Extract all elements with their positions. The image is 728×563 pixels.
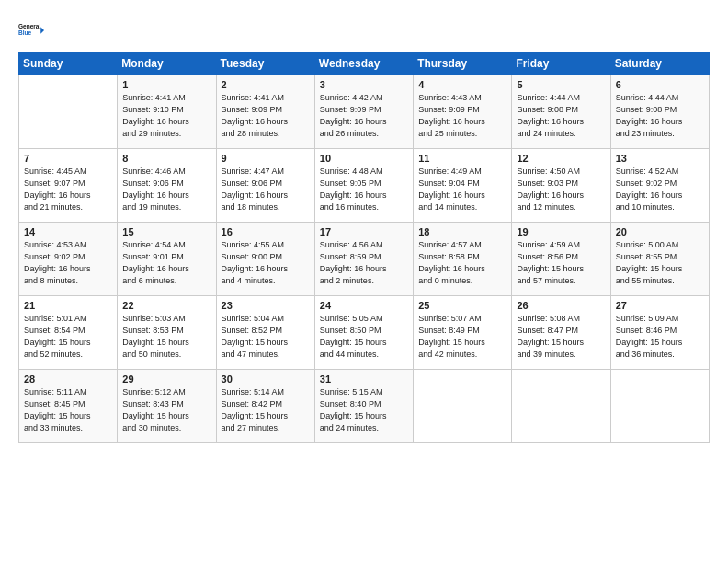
calendar-cell: 23Sunrise: 5:04 AM Sunset: 8:52 PM Dayli… [216,296,314,370]
day-number: 12 [517,153,605,164]
day-number: 14 [24,226,112,237]
day-number: 26 [517,300,605,311]
calendar-cell: 11Sunrise: 4:49 AM Sunset: 9:04 PM Dayli… [414,149,512,223]
day-info: Sunrise: 4:57 AM Sunset: 8:58 PM Dayligh… [418,239,506,287]
day-info: Sunrise: 4:53 AM Sunset: 9:02 PM Dayligh… [24,239,112,287]
calendar-cell: 6Sunrise: 4:44 AM Sunset: 9:08 PM Daylig… [610,75,709,149]
weekday-header-monday: Monday [118,52,216,75]
day-info: Sunrise: 5:11 AM Sunset: 8:45 PM Dayligh… [24,386,112,434]
weekday-header-sunday: Sunday [19,52,118,75]
day-info: Sunrise: 4:46 AM Sunset: 9:06 PM Dayligh… [122,166,210,213]
day-number: 27 [616,300,704,311]
calendar-cell: 7Sunrise: 4:45 AM Sunset: 9:07 PM Daylig… [19,149,118,223]
calendar-cell: 16Sunrise: 4:55 AM Sunset: 9:00 PM Dayli… [216,223,314,296]
day-info: Sunrise: 4:55 AM Sunset: 9:00 PM Dayligh… [222,239,310,287]
svg-marker-2 [40,27,44,33]
calendar-cell: 24Sunrise: 5:05 AM Sunset: 8:50 PM Dayli… [314,296,413,370]
weekday-header-tuesday: Tuesday [216,52,314,75]
day-info: Sunrise: 4:48 AM Sunset: 9:05 PM Dayligh… [320,166,408,213]
weekday-header-friday: Friday [512,52,610,75]
day-number: 23 [222,300,310,311]
weekday-header-wednesday: Wednesday [314,52,413,75]
day-info: Sunrise: 5:07 AM Sunset: 8:49 PM Dayligh… [418,313,506,361]
day-number: 2 [222,79,310,90]
day-info: Sunrise: 4:41 AM Sunset: 9:09 PM Dayligh… [222,92,310,140]
calendar-cell [414,370,512,443]
day-info: Sunrise: 5:03 AM Sunset: 8:53 PM Dayligh… [122,313,210,361]
calendar-cell: 14Sunrise: 4:53 AM Sunset: 9:02 PM Dayli… [19,223,118,296]
day-number: 13 [616,153,704,164]
day-number: 24 [320,300,408,311]
weekday-header-thursday: Thursday [414,52,512,75]
day-number: 10 [320,153,408,164]
day-number: 18 [418,226,506,237]
calendar-cell [19,75,118,149]
day-number: 19 [517,226,605,237]
logo: GeneralBlue [18,17,44,42]
calendar-cell: 4Sunrise: 4:43 AM Sunset: 9:09 PM Daylig… [414,75,512,149]
calendar-cell: 29Sunrise: 5:12 AM Sunset: 8:43 PM Dayli… [118,370,216,443]
calendar-cell: 2Sunrise: 4:41 AM Sunset: 9:09 PM Daylig… [216,75,314,149]
page: GeneralBlue SundayMondayTuesdayWednesday… [0,0,728,453]
day-number: 16 [222,226,310,237]
day-number: 25 [418,300,506,311]
calendar-cell: 30Sunrise: 5:14 AM Sunset: 8:42 PM Dayli… [216,370,314,443]
day-info: Sunrise: 5:05 AM Sunset: 8:50 PM Dayligh… [320,313,408,361]
svg-text:Blue: Blue [18,29,31,36]
day-info: Sunrise: 4:44 AM Sunset: 9:08 PM Dayligh… [517,92,605,140]
calendar-cell: 19Sunrise: 4:59 AM Sunset: 8:56 PM Dayli… [512,223,610,296]
day-number: 21 [24,300,112,311]
day-info: Sunrise: 4:56 AM Sunset: 8:59 PM Dayligh… [320,239,408,287]
calendar-cell: 25Sunrise: 5:07 AM Sunset: 8:49 PM Dayli… [414,296,512,370]
day-number: 1 [122,79,210,90]
calendar-cell: 27Sunrise: 5:09 AM Sunset: 8:46 PM Dayli… [610,296,709,370]
day-info: Sunrise: 4:50 AM Sunset: 9:03 PM Dayligh… [517,166,605,213]
day-info: Sunrise: 5:00 AM Sunset: 8:55 PM Dayligh… [616,239,704,287]
calendar-cell: 18Sunrise: 4:57 AM Sunset: 8:58 PM Dayli… [414,223,512,296]
calendar-cell: 9Sunrise: 4:47 AM Sunset: 9:06 PM Daylig… [216,149,314,223]
calendar-cell: 8Sunrise: 4:46 AM Sunset: 9:06 PM Daylig… [118,149,216,223]
day-info: Sunrise: 4:43 AM Sunset: 9:09 PM Dayligh… [418,92,506,140]
day-info: Sunrise: 5:04 AM Sunset: 8:52 PM Dayligh… [222,313,310,361]
day-info: Sunrise: 5:15 AM Sunset: 8:40 PM Dayligh… [320,386,408,434]
calendar-cell: 28Sunrise: 5:11 AM Sunset: 8:45 PM Dayli… [19,370,118,443]
calendar-cell [610,370,709,443]
day-number: 11 [418,153,506,164]
day-info: Sunrise: 5:01 AM Sunset: 8:54 PM Dayligh… [24,313,112,361]
day-number: 8 [122,153,210,164]
calendar-table: SundayMondayTuesdayWednesdayThursdayFrid… [18,52,710,443]
day-info: Sunrise: 4:45 AM Sunset: 9:07 PM Dayligh… [24,166,112,213]
header: GeneralBlue [18,17,710,42]
svg-text:General: General [18,23,40,29]
calendar-cell: 22Sunrise: 5:03 AM Sunset: 8:53 PM Dayli… [118,296,216,370]
day-info: Sunrise: 4:59 AM Sunset: 8:56 PM Dayligh… [517,239,605,287]
calendar-cell: 10Sunrise: 4:48 AM Sunset: 9:05 PM Dayli… [314,149,413,223]
day-number: 29 [122,373,210,385]
day-number: 15 [122,226,210,237]
day-info: Sunrise: 4:47 AM Sunset: 9:06 PM Dayligh… [222,166,310,213]
day-number: 3 [320,79,408,90]
day-info: Sunrise: 5:08 AM Sunset: 8:47 PM Dayligh… [517,313,605,361]
day-info: Sunrise: 5:12 AM Sunset: 8:43 PM Dayligh… [122,386,210,434]
day-number: 30 [222,373,310,385]
calendar-cell: 26Sunrise: 5:08 AM Sunset: 8:47 PM Dayli… [512,296,610,370]
day-number: 31 [320,373,408,385]
day-info: Sunrise: 4:44 AM Sunset: 9:08 PM Dayligh… [616,92,704,140]
logo-icon: GeneralBlue [18,17,44,42]
day-info: Sunrise: 4:42 AM Sunset: 9:09 PM Dayligh… [320,92,408,140]
day-number: 6 [616,79,704,90]
day-info: Sunrise: 4:52 AM Sunset: 9:02 PM Dayligh… [616,166,704,213]
day-number: 20 [616,226,704,237]
day-info: Sunrise: 4:41 AM Sunset: 9:10 PM Dayligh… [122,92,210,140]
calendar-cell: 1Sunrise: 4:41 AM Sunset: 9:10 PM Daylig… [118,75,216,149]
day-number: 5 [517,79,605,90]
calendar-cell: 3Sunrise: 4:42 AM Sunset: 9:09 PM Daylig… [314,75,413,149]
day-number: 7 [24,153,112,164]
day-number: 28 [24,373,112,385]
calendar-cell: 12Sunrise: 4:50 AM Sunset: 9:03 PM Dayli… [512,149,610,223]
calendar-cell: 15Sunrise: 4:54 AM Sunset: 9:01 PM Dayli… [118,223,216,296]
day-info: Sunrise: 5:14 AM Sunset: 8:42 PM Dayligh… [222,386,310,434]
calendar-cell: 31Sunrise: 5:15 AM Sunset: 8:40 PM Dayli… [314,370,413,443]
day-number: 9 [222,153,310,164]
day-number: 17 [320,226,408,237]
